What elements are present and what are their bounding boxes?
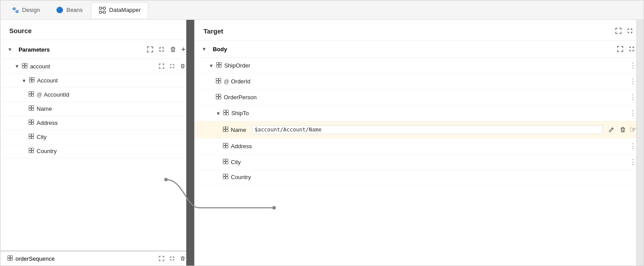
account-grid-icon: [22, 63, 27, 70]
tab-datamapper[interactable]: DataMapper: [91, 2, 148, 18]
target-address-menu[interactable]: ⋮: [629, 142, 636, 150]
tab-beans[interactable]: 🔵 Beans: [48, 2, 90, 18]
target-city-grid-icon: [223, 159, 228, 165]
source-panel-header: Source: [0, 20, 194, 40]
target-name-item: Name $account/Account/Name: [195, 121, 644, 139]
svg-rect-29: [32, 134, 34, 136]
svg-rect-49: [219, 94, 221, 97]
mapped-delete-btn[interactable]: [618, 126, 628, 134]
body-chevron: ▼: [202, 46, 207, 52]
target-city-item: City ⋮: [195, 154, 644, 170]
account-node-chevron[interactable]: ▼: [22, 78, 26, 83]
svg-rect-51: [219, 97, 221, 99]
order-person-grid-icon: [216, 94, 221, 101]
svg-rect-22: [29, 109, 31, 111]
parameters-delete-btn[interactable]: [168, 45, 178, 54]
body-expand-btn[interactable]: [615, 45, 625, 53]
svg-rect-24: [29, 120, 31, 122]
account-delete-btn[interactable]: [178, 63, 187, 70]
account-chevron[interactable]: ▼: [15, 64, 19, 69]
order-seq-actions: [157, 255, 187, 262]
ship-to-chevron[interactable]: ▼: [216, 111, 221, 116]
body-section-header[interactable]: ▼ Body: [195, 41, 644, 58]
svg-rect-69: [226, 174, 228, 176]
ship-to-menu[interactable]: ⋮: [629, 109, 636, 117]
target-scrollbar[interactable]: [636, 20, 644, 266]
mapped-edit-btn[interactable]: [606, 126, 616, 134]
target-name-grid-icon: [223, 127, 228, 133]
ship-to-label: ShipTo: [231, 110, 249, 116]
svg-rect-23: [32, 109, 34, 111]
order-person-item: OrderPerson ⋮: [195, 90, 644, 105]
target-city-menu[interactable]: ⋮: [629, 158, 636, 166]
target-tree-area: ▼ Body: [195, 41, 644, 266]
tab-datamapper-label: DataMapper: [109, 7, 141, 13]
svg-rect-17: [32, 92, 34, 94]
mapped-actions: [606, 126, 628, 134]
target-header-actions: [614, 27, 635, 35]
ship-order-chevron[interactable]: ▼: [209, 63, 214, 68]
svg-rect-46: [216, 81, 218, 83]
source-title: Source: [9, 27, 32, 34]
account-city-item: City: [0, 130, 194, 144]
target-title: Target: [203, 27, 223, 35]
svg-rect-59: [226, 129, 228, 131]
order-seq-collapse-btn[interactable]: [168, 255, 177, 262]
target-panel-header: Target: [195, 20, 644, 41]
account-collapse-btn[interactable]: [168, 63, 177, 70]
parameters-chevron: ▼: [8, 47, 12, 52]
svg-rect-36: [8, 255, 10, 258]
order-seq-expand-btn[interactable]: [157, 255, 166, 262]
parameters-label: Parameters: [19, 46, 50, 53]
order-seq-delete-btn[interactable]: [178, 255, 187, 262]
svg-rect-32: [29, 148, 31, 150]
svg-rect-56: [223, 127, 226, 129]
svg-rect-26: [29, 123, 31, 125]
tab-beans-label: Beans: [66, 7, 83, 13]
target-collapse-btn[interactable]: [625, 27, 635, 35]
source-panel: Source ▼ Parameters: [0, 20, 195, 266]
order-person-menu[interactable]: ⋮: [629, 93, 636, 101]
svg-rect-31: [32, 137, 34, 139]
order-id-label: OrderId: [231, 78, 250, 85]
parameters-collapse-btn[interactable]: [157, 45, 166, 54]
svg-rect-9: [25, 63, 27, 65]
svg-rect-53: [226, 110, 228, 112]
ship-order-label: ShipOrder: [224, 62, 250, 69]
account-name-item: Name: [0, 102, 194, 116]
body-actions: [615, 45, 636, 53]
account-node-label: Account: [37, 77, 58, 84]
parameters-section-header[interactable]: ▼ Parameters: [0, 40, 194, 59]
svg-rect-70: [223, 177, 226, 179]
account-label: account: [30, 63, 50, 70]
svg-rect-55: [226, 113, 228, 115]
svg-rect-64: [223, 159, 226, 161]
svg-rect-40: [216, 63, 218, 65]
svg-rect-12: [29, 78, 31, 80]
svg-rect-42: [216, 65, 218, 67]
target-expand-btn[interactable]: [614, 27, 623, 35]
order-id-grid-icon: [216, 78, 221, 85]
body-section-left: ▼ Body: [202, 46, 227, 52]
account-expand-btn[interactable]: [157, 63, 166, 70]
svg-rect-0: [99, 7, 102, 9]
order-id-item: @ OrderId ⋮: [195, 74, 644, 90]
order-id-menu[interactable]: ⋮: [629, 77, 636, 86]
tab-design[interactable]: 🐾 Design: [4, 2, 47, 18]
parameters-expand-btn[interactable]: [145, 45, 155, 54]
body-collapse-btn[interactable]: [627, 45, 636, 53]
svg-rect-14: [29, 80, 31, 82]
svg-rect-30: [29, 137, 31, 139]
ship-order-menu[interactable]: ⋮: [629, 61, 636, 70]
svg-rect-38: [8, 258, 10, 260]
order-id-at-icon: @: [224, 79, 229, 85]
ship-order-grid-icon: [216, 62, 222, 69]
svg-rect-62: [223, 146, 226, 148]
source-tree-area: ▼ Parameters: [0, 40, 194, 251]
svg-rect-43: [219, 65, 221, 67]
svg-rect-19: [32, 94, 34, 97]
order-seq-label: orderSequence: [15, 255, 55, 262]
svg-rect-63: [226, 146, 228, 148]
ship-order-item: ▼ ShipOrder ⋮: [195, 58, 644, 74]
target-panel: Target: [195, 20, 644, 266]
